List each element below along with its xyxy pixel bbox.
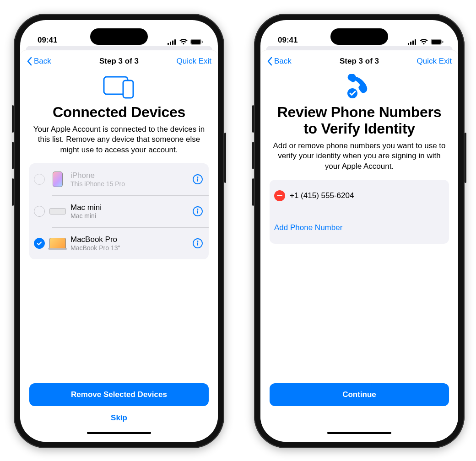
nav-bar: Back Step 3 of 3 Quick Exit bbox=[260, 50, 458, 72]
checkbox[interactable] bbox=[34, 206, 45, 217]
device-thumb-iphone-icon bbox=[49, 171, 66, 188]
svg-rect-20 bbox=[412, 40, 414, 45]
add-phone-label: Add Phone Number bbox=[274, 223, 342, 232]
device-subtitle: MacBook Pro 13" bbox=[70, 244, 188, 252]
skip-button[interactable]: Skip bbox=[29, 413, 209, 424]
phone-numbers-list: +1 (415) 555-6204 Add Phone Number bbox=[270, 180, 449, 244]
dynamic-island bbox=[90, 28, 148, 45]
phone-verify-icon bbox=[270, 74, 449, 100]
svg-rect-18 bbox=[408, 43, 409, 45]
battery-icon bbox=[190, 39, 203, 45]
back-button[interactable]: Back bbox=[27, 57, 72, 66]
device-row-iphone[interactable]: iPhone This iPhone 15 Pro bbox=[29, 163, 209, 195]
info-icon bbox=[193, 174, 203, 184]
svg-rect-2 bbox=[172, 40, 173, 45]
wifi-icon bbox=[179, 39, 188, 45]
page-description: Add or remove phone numbers you want to … bbox=[271, 141, 447, 172]
svg-point-13 bbox=[197, 209, 199, 210]
svg-rect-17 bbox=[197, 242, 198, 246]
quick-exit-button[interactable]: Quick Exit bbox=[166, 57, 211, 66]
phone-number-row[interactable]: +1 (415) 555-6204 bbox=[270, 180, 449, 212]
iphone-mockup-right: 09:41 Back Step 3 of 3 Quick Exit bbox=[254, 14, 465, 448]
page-title: Review Phone Numbers to Verify Identity bbox=[270, 104, 449, 137]
wifi-icon bbox=[420, 39, 428, 45]
svg-rect-1 bbox=[170, 42, 171, 45]
svg-rect-5 bbox=[191, 40, 200, 44]
step-label: Step 3 of 3 bbox=[99, 57, 139, 66]
svg-rect-6 bbox=[202, 41, 203, 43]
phone-number: +1 (415) 555-6204 bbox=[290, 191, 444, 200]
device-subtitle: This iPhone 15 Pro bbox=[70, 180, 188, 188]
remove-selected-button[interactable]: Remove Selected Devices bbox=[29, 383, 209, 406]
info-button[interactable] bbox=[192, 174, 203, 185]
home-indicator[interactable] bbox=[260, 429, 458, 442]
svg-rect-21 bbox=[415, 39, 416, 45]
device-row-macbook-pro[interactable]: MacBook Pro MacBook Pro 13" bbox=[29, 227, 209, 259]
info-icon bbox=[193, 206, 203, 216]
svg-rect-0 bbox=[168, 43, 169, 45]
svg-point-10 bbox=[197, 177, 199, 178]
add-phone-row[interactable]: Add Phone Number bbox=[270, 212, 449, 244]
dynamic-island bbox=[330, 28, 388, 45]
check-icon bbox=[36, 240, 43, 247]
checkbox[interactable] bbox=[34, 174, 45, 185]
device-name: Mac mini bbox=[70, 203, 188, 212]
svg-rect-3 bbox=[174, 39, 176, 45]
device-subtitle: Mac mini bbox=[70, 212, 188, 220]
cellular-icon bbox=[408, 39, 417, 45]
quick-exit-button[interactable]: Quick Exit bbox=[406, 57, 452, 66]
battery-icon bbox=[431, 39, 444, 45]
info-button[interactable] bbox=[192, 206, 203, 217]
step-label: Step 3 of 3 bbox=[340, 57, 379, 66]
status-time: 09:41 bbox=[278, 36, 298, 45]
back-label: Back bbox=[274, 57, 292, 66]
nav-bar: Back Step 3 of 3 Quick Exit bbox=[20, 50, 218, 72]
info-button[interactable] bbox=[192, 238, 203, 249]
iphone-mockup-left: 09:41 Back Step 3 of 3 Quick Exit bbox=[14, 14, 224, 448]
home-indicator[interactable] bbox=[20, 429, 218, 442]
remove-phone-button[interactable] bbox=[274, 190, 285, 201]
svg-rect-19 bbox=[410, 42, 411, 45]
device-row-mac-mini[interactable]: Mac mini Mac mini bbox=[29, 195, 209, 227]
devices-icon bbox=[29, 74, 209, 100]
device-name: MacBook Pro bbox=[70, 235, 188, 244]
page-description: Your Apple Account is connected to the d… bbox=[31, 124, 207, 155]
svg-rect-11 bbox=[197, 178, 198, 182]
continue-button[interactable]: Continue bbox=[270, 383, 449, 406]
page-title: Connected Devices bbox=[29, 104, 209, 121]
svg-rect-23 bbox=[432, 40, 441, 44]
device-thumb-macbook-icon bbox=[49, 235, 66, 252]
status-time: 09:41 bbox=[38, 36, 57, 45]
info-icon bbox=[193, 238, 203, 248]
cellular-icon bbox=[168, 39, 177, 45]
checkbox-selected[interactable] bbox=[34, 238, 45, 249]
svg-point-16 bbox=[197, 241, 199, 242]
chevron-left-icon bbox=[267, 57, 272, 66]
device-name: iPhone bbox=[70, 171, 188, 180]
svg-rect-24 bbox=[442, 41, 444, 43]
devices-list: iPhone This iPhone 15 Pro bbox=[29, 163, 209, 259]
svg-rect-14 bbox=[197, 210, 198, 214]
svg-rect-8 bbox=[123, 80, 133, 98]
back-button[interactable]: Back bbox=[267, 57, 313, 66]
device-thumb-macmini-icon bbox=[49, 203, 66, 220]
back-label: Back bbox=[34, 57, 51, 66]
chevron-left-icon bbox=[27, 57, 32, 66]
